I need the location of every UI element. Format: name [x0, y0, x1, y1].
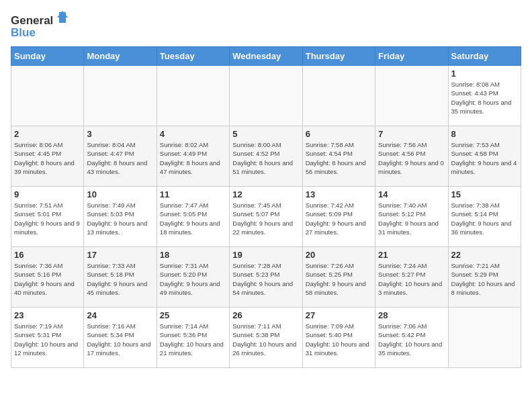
- day-number: 8: [451, 129, 518, 139]
- day-info: Sunrise: 7:47 AM Sunset: 5:05 PM Dayligh…: [160, 201, 226, 236]
- day-info: Sunrise: 8:08 AM Sunset: 4:43 PM Dayligh…: [451, 80, 518, 116]
- calendar-cell: 15Sunrise: 7:38 AM Sunset: 5:14 PM Dayli…: [448, 187, 521, 247]
- day-number: 16: [14, 250, 81, 260]
- day-info: Sunrise: 7:42 AM Sunset: 5:09 PM Dayligh…: [306, 201, 372, 236]
- weekday-header-wednesday: Wednesday: [230, 47, 302, 66]
- calendar-cell: 20Sunrise: 7:26 AM Sunset: 5:25 PM Dayli…: [302, 247, 375, 308]
- day-info: Sunrise: 7:26 AM Sunset: 5:25 PM Dayligh…: [306, 261, 372, 297]
- day-info: Sunrise: 7:09 AM Sunset: 5:40 PM Dayligh…: [306, 322, 372, 357]
- day-info: Sunrise: 7:19 AM Sunset: 5:31 PM Dayligh…: [14, 322, 81, 357]
- week-row-3: 16Sunrise: 7:36 AM Sunset: 5:16 PM Dayli…: [11, 247, 521, 308]
- day-number: 19: [232, 250, 299, 260]
- calendar-cell: 11Sunrise: 7:47 AM Sunset: 5:05 PM Dayli…: [157, 187, 229, 247]
- calendar-header: SundayMondayTuesdayWednesdayThursdayFrid…: [11, 47, 521, 66]
- day-info: Sunrise: 7:11 AM Sunset: 5:38 PM Dayligh…: [232, 322, 299, 357]
- day-number: 28: [378, 310, 445, 320]
- calendar-cell: [84, 66, 157, 126]
- day-number: 21: [378, 250, 445, 260]
- calendar-cell: 3Sunrise: 8:04 AM Sunset: 4:47 PM Daylig…: [84, 126, 157, 187]
- day-number: 4: [160, 129, 226, 139]
- day-number: 5: [232, 129, 299, 139]
- day-number: 10: [87, 189, 153, 199]
- calendar-cell: 1Sunrise: 8:08 AM Sunset: 4:43 PM Daylig…: [448, 66, 521, 126]
- day-number: 22: [451, 250, 518, 260]
- week-row-1: 2Sunrise: 8:06 AM Sunset: 4:45 PM Daylig…: [11, 126, 521, 187]
- day-number: 18: [160, 250, 226, 260]
- day-number: 14: [378, 189, 445, 199]
- day-info: Sunrise: 8:02 AM Sunset: 4:49 PM Dayligh…: [160, 140, 226, 176]
- day-number: 2: [14, 129, 81, 139]
- header: GeneralBlue: [11, 11, 521, 41]
- day-info: Sunrise: 7:56 AM Sunset: 4:56 PM Dayligh…: [378, 140, 445, 176]
- day-info: Sunrise: 7:36 AM Sunset: 5:16 PM Dayligh…: [14, 261, 81, 297]
- day-info: Sunrise: 7:51 AM Sunset: 5:01 PM Dayligh…: [14, 201, 81, 236]
- day-info: Sunrise: 7:58 AM Sunset: 4:54 PM Dayligh…: [306, 140, 372, 176]
- calendar-cell: 21Sunrise: 7:24 AM Sunset: 5:27 PM Dayli…: [375, 247, 448, 308]
- calendar-cell: 19Sunrise: 7:28 AM Sunset: 5:23 PM Dayli…: [230, 247, 302, 308]
- calendar-cell: [302, 66, 375, 126]
- day-info: Sunrise: 7:31 AM Sunset: 5:20 PM Dayligh…: [160, 261, 226, 297]
- day-info: Sunrise: 7:16 AM Sunset: 5:34 PM Dayligh…: [87, 322, 153, 357]
- day-number: 12: [232, 189, 299, 199]
- calendar-cell: 24Sunrise: 7:16 AM Sunset: 5:34 PM Dayli…: [84, 308, 157, 368]
- day-info: Sunrise: 7:28 AM Sunset: 5:23 PM Dayligh…: [232, 261, 299, 297]
- day-number: 17: [87, 250, 153, 260]
- calendar-cell: 16Sunrise: 7:36 AM Sunset: 5:16 PM Dayli…: [11, 247, 84, 308]
- day-info: Sunrise: 7:14 AM Sunset: 5:36 PM Dayligh…: [160, 322, 226, 357]
- calendar-cell: 2Sunrise: 8:06 AM Sunset: 4:45 PM Daylig…: [11, 126, 84, 187]
- svg-text:Blue: Blue: [11, 26, 36, 39]
- day-number: 9: [14, 189, 81, 199]
- day-info: Sunrise: 7:53 AM Sunset: 4:58 PM Dayligh…: [451, 140, 518, 176]
- calendar-cell: [11, 66, 84, 126]
- calendar-table: SundayMondayTuesdayWednesdayThursdayFrid…: [11, 46, 521, 368]
- day-number: 1: [451, 68, 518, 79]
- week-row-0: 1Sunrise: 8:08 AM Sunset: 4:43 PM Daylig…: [11, 66, 521, 126]
- calendar-cell: 17Sunrise: 7:33 AM Sunset: 5:18 PM Dayli…: [84, 247, 157, 308]
- day-info: Sunrise: 7:45 AM Sunset: 5:07 PM Dayligh…: [232, 201, 299, 236]
- day-info: Sunrise: 7:33 AM Sunset: 5:18 PM Dayligh…: [87, 261, 153, 297]
- day-info: Sunrise: 7:40 AM Sunset: 5:12 PM Dayligh…: [378, 201, 445, 236]
- calendar-cell: [448, 308, 521, 368]
- calendar-cell: 12Sunrise: 7:45 AM Sunset: 5:07 PM Dayli…: [230, 187, 302, 247]
- day-info: Sunrise: 7:06 AM Sunset: 5:42 PM Dayligh…: [378, 322, 445, 357]
- calendar-cell: [230, 66, 302, 126]
- weekday-header-monday: Monday: [84, 47, 157, 66]
- week-row-2: 9Sunrise: 7:51 AM Sunset: 5:01 PM Daylig…: [11, 187, 521, 247]
- day-info: Sunrise: 7:24 AM Sunset: 5:27 PM Dayligh…: [378, 261, 445, 297]
- calendar-cell: 9Sunrise: 7:51 AM Sunset: 5:01 PM Daylig…: [11, 187, 84, 247]
- day-info: Sunrise: 8:04 AM Sunset: 4:47 PM Dayligh…: [87, 140, 153, 176]
- day-info: Sunrise: 7:49 AM Sunset: 5:03 PM Dayligh…: [87, 201, 153, 236]
- day-info: Sunrise: 8:00 AM Sunset: 4:52 PM Dayligh…: [232, 140, 299, 176]
- calendar-cell: 6Sunrise: 7:58 AM Sunset: 4:54 PM Daylig…: [302, 126, 375, 187]
- day-number: 6: [306, 129, 372, 139]
- calendar-cell: 26Sunrise: 7:11 AM Sunset: 5:38 PM Dayli…: [230, 308, 302, 368]
- calendar-cell: 28Sunrise: 7:06 AM Sunset: 5:42 PM Dayli…: [375, 308, 448, 368]
- svg-text:General: General: [11, 14, 53, 27]
- calendar-cell: 22Sunrise: 7:21 AM Sunset: 5:29 PM Dayli…: [448, 247, 521, 308]
- logo: GeneralBlue: [11, 11, 71, 41]
- week-row-4: 23Sunrise: 7:19 AM Sunset: 5:31 PM Dayli…: [11, 308, 521, 368]
- calendar-cell: 7Sunrise: 7:56 AM Sunset: 4:56 PM Daylig…: [375, 126, 448, 187]
- calendar-cell: 18Sunrise: 7:31 AM Sunset: 5:20 PM Dayli…: [157, 247, 229, 308]
- weekday-header-row: SundayMondayTuesdayWednesdayThursdayFrid…: [11, 47, 521, 66]
- day-number: 15: [451, 189, 518, 199]
- weekday-header-sunday: Sunday: [11, 47, 84, 66]
- day-info: Sunrise: 7:38 AM Sunset: 5:14 PM Dayligh…: [451, 201, 518, 236]
- calendar-cell: [157, 66, 229, 126]
- logo-svg: GeneralBlue: [11, 11, 71, 41]
- calendar-cell: 4Sunrise: 8:02 AM Sunset: 4:49 PM Daylig…: [157, 126, 229, 187]
- day-number: 7: [378, 129, 445, 139]
- calendar-cell: [375, 66, 448, 126]
- calendar-cell: 13Sunrise: 7:42 AM Sunset: 5:09 PM Dayli…: [302, 187, 375, 247]
- weekday-header-tuesday: Tuesday: [157, 47, 229, 66]
- day-number: 20: [306, 250, 372, 260]
- weekday-header-saturday: Saturday: [448, 47, 521, 66]
- calendar-body: 1Sunrise: 8:08 AM Sunset: 4:43 PM Daylig…: [11, 66, 521, 368]
- calendar-cell: 23Sunrise: 7:19 AM Sunset: 5:31 PM Dayli…: [11, 308, 84, 368]
- day-info: Sunrise: 8:06 AM Sunset: 4:45 PM Dayligh…: [14, 140, 81, 176]
- day-number: 23: [14, 310, 81, 320]
- day-info: Sunrise: 7:21 AM Sunset: 5:29 PM Dayligh…: [451, 261, 518, 297]
- day-number: 26: [232, 310, 299, 320]
- day-number: 24: [87, 310, 153, 320]
- calendar-cell: 5Sunrise: 8:00 AM Sunset: 4:52 PM Daylig…: [230, 126, 302, 187]
